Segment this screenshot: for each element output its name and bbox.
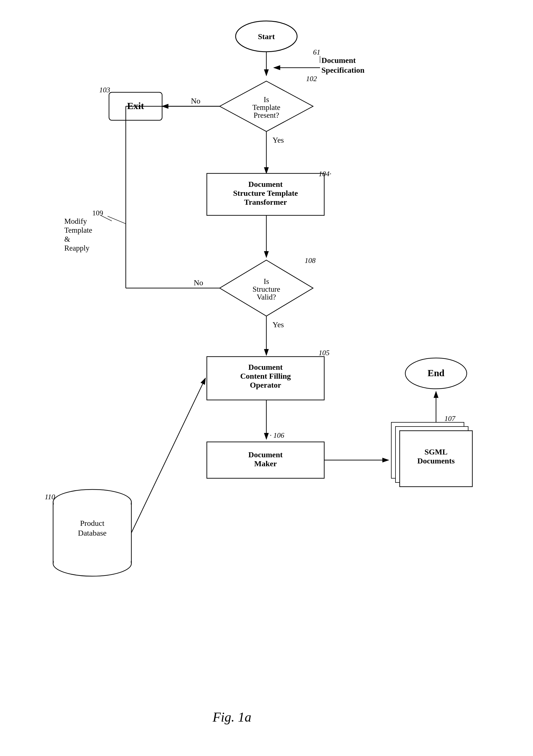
exit-label: Exit — [127, 101, 144, 111]
ref-105: 105 — [318, 349, 330, 357]
dm-line1: Document — [248, 450, 283, 459]
ref-110: 110 — [45, 493, 55, 501]
ref-108: 108 — [305, 256, 316, 265]
svg-line-12 — [108, 216, 126, 224]
ref-103: 103 — [99, 86, 110, 94]
ref-104: 104· — [318, 170, 332, 178]
modify-template-line1: Modify — [64, 217, 87, 226]
sgml-line2: Documents — [417, 456, 455, 465]
is-template-present-line2: Template — [252, 103, 280, 112]
dstt-line3: Transformer — [244, 198, 287, 206]
dcfo-line1: Document — [248, 363, 283, 371]
is-template-present-line1: Is — [264, 95, 269, 104]
isv-line3: Valid? — [257, 293, 276, 301]
modify-template-line2: Template — [64, 226, 92, 234]
dm-line2: Maker — [254, 459, 277, 468]
dstt-line2: Structure Template — [233, 189, 298, 198]
product-db-line2: Database — [78, 528, 107, 537]
end-label: End — [428, 368, 445, 378]
ref-61: 61 — [313, 48, 320, 56]
ref-107: 107 — [444, 415, 456, 422]
svg-line-21 — [101, 215, 112, 221]
yes-label-2: Yes — [272, 320, 284, 329]
yes-label-1: Yes — [272, 136, 284, 144]
isv-line2: Structure — [253, 285, 280, 293]
dcfo-line3: Operator — [250, 381, 281, 389]
modify-template-line4: Reapply — [64, 244, 89, 252]
no-label-1: No — [191, 96, 200, 105]
product-db-line1: Product — [80, 519, 104, 527]
svg-line-15 — [131, 378, 205, 533]
flowchart-diagram: Start Document Specification 61 Is Templ… — [0, 0, 533, 756]
dstt-line1: Document — [248, 180, 283, 189]
ref-102: 102 — [306, 75, 317, 83]
no-label-2: No — [194, 278, 203, 287]
is-template-present-line3: Present? — [253, 111, 279, 120]
figure-label: Fig. 1a — [213, 710, 252, 724]
doc-spec-label2: Specification — [321, 66, 365, 74]
modify-template-line3: & — [64, 235, 70, 243]
dcfo-line2: Content Filling — [240, 372, 291, 380]
isv-line1: Is — [264, 277, 269, 285]
sgml-line1: SGML — [424, 447, 447, 456]
doc-spec-label: Document — [321, 56, 356, 65]
start-label: Start — [258, 32, 275, 41]
ref-106: · 106 — [270, 431, 284, 439]
